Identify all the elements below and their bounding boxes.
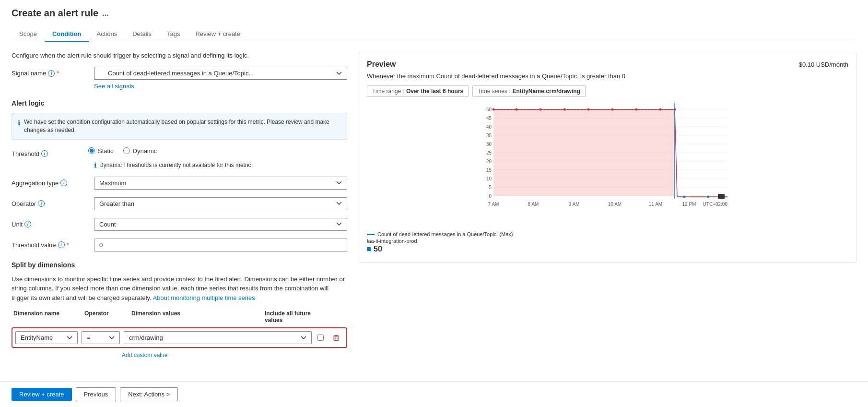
signal-select[interactable]: Count of dead-lettered messages in a Que… [94,67,347,80]
tab-review[interactable]: Review + create [188,26,248,42]
time-range-label: Time range : [372,88,404,95]
threshold-value-info-icon[interactable]: i [58,241,65,248]
dynamic-label: Dynamic [133,147,157,155]
svg-text:35: 35 [486,133,492,138]
svg-text:45: 45 [486,116,492,121]
split-desc: Use dimensions to monitor specific time … [12,275,347,303]
legend-item-2: laa-it-integration-prod [367,238,848,244]
time-series-badge: Time series : EntityName:crm/drawing [472,85,586,97]
split-title: Split by dimensions [12,261,347,269]
unit-row: Unit i Count [12,218,347,231]
threshold-value-input[interactable] [94,239,347,251]
tab-scope[interactable]: Scope [12,26,45,42]
svg-point-32 [493,108,495,111]
threshold-value-row: Threshold value i [12,239,347,251]
threshold-label: Threshold i [12,147,88,157]
svg-text:25: 25 [486,150,492,156]
chart-container: 50 45 40 35 30 25 20 15 10 5 0 [367,103,848,227]
tab-tags[interactable]: Tags [159,26,188,42]
footer: Review + create Previous Next: Actions > [0,381,868,407]
aggregation-control: Maximum [94,177,347,190]
review-create-button[interactable]: Review + create [12,388,72,401]
unit-control: Count [94,218,347,231]
legend-value-color [367,247,371,251]
dim-header-op: Operator [84,310,128,323]
static-radio[interactable] [88,147,95,154]
operator-select[interactable]: Greater than [94,197,347,210]
dim-val-control: crm/drawing [124,331,312,344]
see-all-signals-link[interactable]: See all signals [94,83,134,90]
dim-op-control: = [82,331,120,344]
dim-delete-button[interactable] [329,335,343,341]
split-link[interactable]: About monitoring multiple time series [153,294,255,301]
dim-header: Dimension name Operator Dimension values… [12,310,347,323]
add-custom-link[interactable]: Add custom value [122,352,167,359]
signal-select-wrapper: Count of dead-lettered messages in a Que… [94,67,347,80]
tab-details[interactable]: Details [125,26,159,42]
preview-title: Preview [367,60,396,69]
dynamic-radio-label[interactable]: Dynamic [123,147,157,155]
previous-button[interactable]: Previous [76,387,117,401]
svg-marker-30 [493,109,675,196]
time-range-badge: Time range : Over the last 6 hours [367,85,469,97]
chart-svg: 50 45 40 35 30 25 20 15 10 5 0 [367,103,848,218]
info-box-text: We have set the condition configuration … [24,118,341,134]
main-content: Configure when the alert rule should tri… [0,42,868,381]
info-box-icon: ℹ [18,119,20,134]
signal-name-label: Signal name i [12,67,88,77]
unit-info-icon[interactable]: i [24,221,31,227]
tab-condition[interactable]: Condition [45,26,89,42]
operator-row: Operator i Greater than [12,197,347,210]
threshold-value-label: Threshold value i [12,239,88,249]
next-actions-button[interactable]: Next: Actions > [120,387,178,401]
svg-text:10 AM: 10 AM [608,202,622,207]
svg-point-39 [659,108,662,111]
legend-label-1: Count of dead-lettered messages in a Que… [377,231,513,237]
preview-desc: Whenever the maximum Count of dead-lette… [367,72,848,80]
dim-include-checkbox[interactable] [317,335,324,341]
signal-control-area: Count of dead-lettered messages in a Que… [94,67,347,90]
aggregation-select[interactable]: Maximum [94,177,347,190]
legend-value: 50 [374,245,382,253]
dim-op-select[interactable]: = [82,331,120,344]
threshold-row: Threshold i Static Dynamic [12,147,347,157]
dim-name-control: EntityName [15,331,78,344]
svg-text:15: 15 [486,168,492,173]
svg-text:30: 30 [486,142,492,147]
svg-point-37 [611,108,614,111]
preview-badges: Time range : Over the last 6 hours Time … [367,85,848,97]
aggregation-info-icon[interactable]: i [60,180,67,186]
dynamic-radio[interactable] [123,147,130,154]
page-title-row: Create an alert rule ... [12,8,856,19]
dim-header-name: Dimension name [13,310,81,323]
static-radio-label[interactable]: Static [88,147,114,155]
ellipsis-menu[interactable]: ... [102,9,108,18]
dim-name-select[interactable]: EntityName [15,331,78,344]
threshold-info-icon[interactable]: i [41,150,48,157]
svg-text:0: 0 [489,193,492,199]
unit-label: Unit i [12,218,88,228]
page-container: Create an alert rule ... Scope Condition… [0,0,868,407]
svg-text:20: 20 [486,159,492,164]
aggregation-label: Aggregation type i [12,177,88,187]
tab-actions[interactable]: Actions [89,26,125,42]
threshold-value-control [94,239,347,251]
dim-table: Dimension name Operator Dimension values… [12,310,347,359]
operator-control: Greater than [94,197,347,210]
nav-tabs: Scope Condition Actions Details Tags Rev… [12,26,856,42]
dim-header-inc: Include all future values [265,310,327,323]
aggregation-row: Aggregation type i Maximum [12,177,347,190]
operator-info-icon[interactable]: i [38,200,45,207]
dim-row: EntityName = crm/drawing [15,331,343,344]
section-desc: Configure when the alert rule should tri… [12,52,347,59]
dim-val-select[interactable]: crm/drawing [124,331,312,344]
dynamic-note-icon: ℹ [94,161,96,169]
svg-point-34 [540,108,542,111]
preview-header: Preview $0.10 USD/month [367,60,848,69]
legend-value-item: 50 [367,245,848,253]
legend-color-1 [367,234,375,235]
signal-info-icon[interactable]: i [48,70,55,77]
unit-select[interactable]: Count [94,218,347,231]
header: Create an alert rule ... Scope Condition… [0,0,868,42]
right-panel: Preview $0.10 USD/month Whenever the max… [359,52,856,371]
